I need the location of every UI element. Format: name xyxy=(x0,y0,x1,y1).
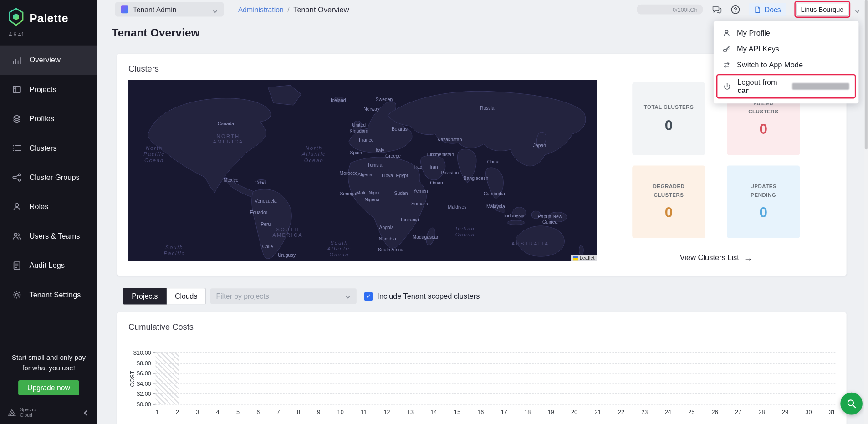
search-icon xyxy=(846,398,857,409)
scrollbar-thumb[interactable] xyxy=(865,0,868,149)
redacted-tenant-name xyxy=(792,83,849,90)
view-clusters-list-link[interactable]: View Clusters List → xyxy=(680,253,752,263)
clusters-icon xyxy=(12,143,22,153)
cluster-groups-icon xyxy=(12,173,22,182)
x-tick: 11 xyxy=(361,409,367,415)
sidebar-item-label: Projects xyxy=(29,85,56,93)
x-tick: 8 xyxy=(297,409,300,415)
help-icon[interactable] xyxy=(730,4,740,15)
menu-item-my-api-keys[interactable]: My API Keys xyxy=(714,41,858,57)
menu-item-logout-fromcar[interactable]: Logout from car xyxy=(717,75,854,97)
promo-text: Start small and only pay for what you us… xyxy=(0,352,97,381)
sidebar-item-label: Tenant Settings xyxy=(29,291,81,299)
sidebar-item-audit-logs[interactable]: Audit Logs xyxy=(0,251,97,280)
scope-select-value: Tenant Admin xyxy=(133,5,208,14)
sidebar-item-label: Profiles xyxy=(29,115,54,123)
y-axis-title: COST xyxy=(128,352,136,404)
x-tick: 24 xyxy=(665,409,671,415)
costs-card-title: Cumulative Costs xyxy=(128,322,835,332)
x-tick: 5 xyxy=(236,409,240,415)
cluster-stats: TOTAL CLUSTERS0FAILED CLUSTERS0DEGRADED … xyxy=(597,80,835,262)
sidebar-item-roles[interactable]: Roles xyxy=(0,192,97,221)
map-attribution[interactable]: Leaflet xyxy=(571,255,597,261)
tab-clouds[interactable]: Clouds xyxy=(167,288,206,304)
sidebar: Palette 4.6.41 OverviewProjectsProfilesC… xyxy=(0,0,97,424)
x-tick: 3 xyxy=(196,409,199,415)
gridline xyxy=(156,363,836,363)
x-tick: 20 xyxy=(571,409,577,415)
y-axis: $10.00$8.00$6.00$4.00$2.00$0.00 xyxy=(136,352,156,404)
sidebar-item-projects[interactable]: Projects xyxy=(0,75,97,104)
sidebar-collapse-button[interactable] xyxy=(82,409,90,417)
sidebar-item-profiles[interactable]: Profiles xyxy=(0,104,97,133)
roles-icon xyxy=(12,202,22,212)
breadcrumb-page: Tenant Overview xyxy=(293,5,349,14)
filter-by-projects-select[interactable]: Filter by projects xyxy=(210,288,357,304)
stat-tile-degraded-clusters: DEGRADED CLUSTERS0 xyxy=(632,165,705,238)
sidebar-footer: Spectro Cloud xyxy=(0,408,97,419)
tenant-scoped-checkbox-row[interactable]: ✓ Include Tenant scoped clusters xyxy=(364,292,480,300)
upgrade-button[interactable]: Upgrade now xyxy=(19,381,79,396)
palette-logo-icon xyxy=(8,8,24,28)
breadcrumb-administration[interactable]: Administration xyxy=(238,5,284,14)
gridline xyxy=(156,404,836,404)
x-tick: 16 xyxy=(477,409,484,415)
x-tick: 1 xyxy=(156,409,159,415)
sidebar-item-tenant-settings[interactable]: Tenant Settings xyxy=(0,280,97,309)
power-icon xyxy=(723,82,731,91)
map-continents xyxy=(128,80,597,261)
y-tick: $2.00 xyxy=(137,390,156,397)
cumulative-costs-card: Cumulative Costs COST $10.00$8.00$6.00$4… xyxy=(117,312,847,424)
x-tick: 31 xyxy=(829,409,835,415)
x-tick: 18 xyxy=(524,409,531,415)
switch-icon xyxy=(722,61,730,69)
menu-item-switch-to-app-mode[interactable]: Switch to App Mode xyxy=(714,57,858,73)
x-tick: 28 xyxy=(758,409,765,415)
chat-icon[interactable] xyxy=(711,4,722,15)
user-button[interactable]: Linus Bourque xyxy=(796,3,849,16)
annotation-box-logout: Logout from car xyxy=(716,74,856,98)
top-right-actions: 0/100kCh Docs Linus Bourque xyxy=(637,1,860,17)
docs-button[interactable]: Docs xyxy=(749,3,786,16)
checkbox-checked[interactable]: ✓ xyxy=(364,292,373,300)
chevron-down-icon xyxy=(345,293,351,299)
no-data-hatch xyxy=(156,352,179,404)
sidebar-item-users-teams[interactable]: Users & Teams xyxy=(0,221,97,250)
x-tick: 15 xyxy=(454,409,460,415)
menu-item-my-profile[interactable]: My Profile xyxy=(714,25,858,41)
filter-bar: Projects Clouds Filter by projects ✓ Inc… xyxy=(123,288,847,304)
gridline xyxy=(156,373,836,374)
scrollbar[interactable] xyxy=(864,0,868,424)
stat-tile-updates-pending: UPDATES PENDING0 xyxy=(727,165,800,238)
world-map[interactable]: IcelandSwedenNorwayRussiaCanadaUnited Ki… xyxy=(128,80,597,261)
scope-select[interactable]: Tenant Admin xyxy=(115,2,224,17)
tab-projects[interactable]: Projects xyxy=(123,288,167,304)
support-search-fab[interactable] xyxy=(840,393,863,415)
tenant-settings-icon xyxy=(12,290,22,300)
sidebar-item-overview[interactable]: Overview xyxy=(0,46,97,75)
docs-label: Docs xyxy=(765,5,781,14)
y-tick: $10.00 xyxy=(133,349,156,356)
x-tick: 14 xyxy=(430,409,437,415)
y-tick: $0.00 xyxy=(137,401,156,408)
app-window: Palette 4.6.41 OverviewProjectsProfilesC… xyxy=(0,0,868,424)
sidebar-bottom: Start small and only pay for what you us… xyxy=(0,352,97,424)
app-name: Palette xyxy=(29,11,68,25)
sidebar-item-label: Audit Logs xyxy=(29,261,65,270)
app-version: 4.6.41 xyxy=(0,29,97,45)
x-tick: 21 xyxy=(594,409,601,415)
y-tick: $8.00 xyxy=(137,360,156,367)
annotation-box-user: Linus Bourque xyxy=(794,1,850,17)
sidebar-item-cluster-groups[interactable]: Cluster Groups xyxy=(0,163,97,192)
x-tick: 10 xyxy=(337,409,344,415)
gridline xyxy=(156,352,836,353)
breadcrumb: Administration / Tenant Overview xyxy=(238,5,349,14)
x-tick: 30 xyxy=(805,409,812,415)
user-chevron-down-icon[interactable] xyxy=(854,6,860,12)
costs-chart: COST $10.00$8.00$6.00$4.00$2.00$0.00 123… xyxy=(128,352,835,415)
x-axis: 1234567891011121314151617181920212223242… xyxy=(156,404,836,415)
profiles-icon xyxy=(12,114,22,123)
gridline xyxy=(156,383,836,384)
x-tick: 17 xyxy=(501,409,507,415)
sidebar-item-clusters[interactable]: Clusters xyxy=(0,133,97,163)
